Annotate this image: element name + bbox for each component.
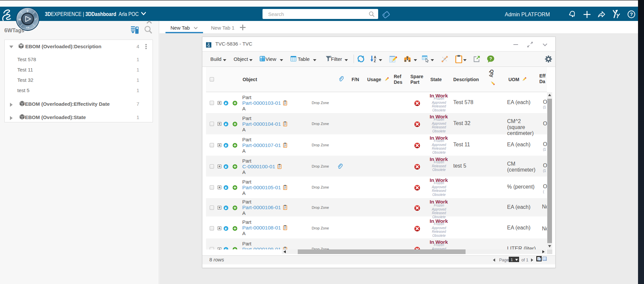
svg-text:A: A xyxy=(374,56,376,59)
svg-text:?: ? xyxy=(489,56,492,61)
svg-text:Z: Z xyxy=(374,59,376,63)
svg-text:?: ? xyxy=(630,11,633,17)
svg-text:3D: 3D xyxy=(18,18,21,21)
svg-text:V.R: V.R xyxy=(26,27,29,29)
